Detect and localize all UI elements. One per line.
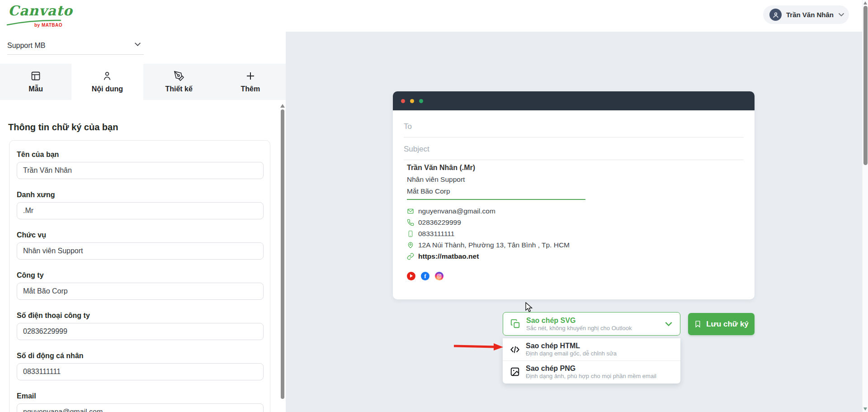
page-scrollbar-thumb[interactable] bbox=[863, 6, 868, 165]
field-email: Email bbox=[17, 392, 263, 412]
field-company-label: Công ty bbox=[17, 271, 263, 279]
tab-them-label: Thêm bbox=[241, 85, 260, 93]
layout-icon bbox=[30, 71, 41, 81]
plus-icon bbox=[245, 71, 256, 81]
sidebar: Support MB Mẫu Nội dung Thiết kế Thêm Th… bbox=[0, 32, 286, 412]
bookmark-icon bbox=[694, 320, 702, 328]
canvato-logo[interactable]: Canvato by MATBAO bbox=[8, 3, 76, 29]
field-job-title: Chức vụ bbox=[17, 231, 263, 260]
field-company-phone: Số điện thoại công ty bbox=[17, 312, 263, 340]
window-dot-green bbox=[419, 99, 423, 103]
copy-html-subtitle: Định dạng email gốc, dễ chỉnh sửa bbox=[526, 350, 617, 357]
user-name-label: Trần Văn Nhân bbox=[786, 11, 834, 19]
menu-item-copy-html-text: Sao chép HTML Định dạng email gốc, dễ ch… bbox=[526, 341, 617, 357]
tab-mau-label: Mẫu bbox=[28, 85, 43, 93]
template-chevron-down-icon bbox=[134, 42, 141, 47]
signature-mobile-row: 0833111111 bbox=[407, 228, 741, 239]
field-salutation-label: Danh xưng bbox=[17, 191, 263, 199]
signature-email-row: nguyenvana@gmail.com bbox=[407, 205, 741, 217]
user-menu[interactable]: Trần Văn Nhân bbox=[763, 5, 849, 24]
field-mobile: Số di động cá nhân bbox=[17, 352, 263, 380]
copy-format-dropdown[interactable]: Sao chép SVG Sắc nét, không khuyến nghị … bbox=[503, 312, 680, 336]
page-scrollbar[interactable] bbox=[862, 0, 868, 412]
tab-thiet-ke-label: Thiết kế bbox=[165, 85, 192, 93]
subject-field[interactable]: Subject bbox=[404, 141, 744, 160]
signature-job-title: Nhân viên Support bbox=[407, 175, 741, 184]
mouse-cursor bbox=[524, 302, 533, 313]
sidebar-scrollbar[interactable] bbox=[281, 109, 284, 399]
window-dot-yellow bbox=[410, 99, 414, 103]
mobile-icon bbox=[407, 230, 414, 237]
field-name: Tên của bạn bbox=[17, 151, 263, 179]
person-icon bbox=[102, 71, 113, 81]
signature-email-text: nguyenvana@gmail.com bbox=[418, 207, 495, 215]
top-header: Canvato by MATBAO Trần Văn Nhân bbox=[0, 0, 868, 32]
signature-info-title: Thông tin chữ ký của bạn bbox=[8, 122, 118, 133]
tab-thiet-ke[interactable]: Thiết kế bbox=[143, 64, 215, 100]
mobile-input[interactable] bbox=[17, 363, 264, 380]
pen-icon bbox=[174, 71, 184, 81]
copy-svg-title: Sao chép SVG bbox=[526, 316, 659, 325]
field-name-label: Tên của bạn bbox=[17, 151, 263, 159]
logo-byline-text: by MATBAO bbox=[34, 23, 62, 28]
field-job-title-label: Chức vụ bbox=[17, 231, 263, 239]
logo-brand-text: Canvato bbox=[8, 3, 73, 19]
field-company: Công ty bbox=[17, 271, 263, 300]
field-mobile-label: Số di động cá nhân bbox=[17, 352, 263, 360]
location-icon bbox=[407, 242, 414, 249]
save-signature-label: Lưu chữ ký bbox=[706, 320, 749, 329]
template-select[interactable]: Support MB bbox=[7, 38, 144, 55]
name-input[interactable] bbox=[17, 162, 264, 179]
field-email-label: Email bbox=[17, 392, 263, 400]
signature-name: Trần Văn Nhân (.Mr) bbox=[407, 164, 741, 172]
tab-them[interactable]: Thêm bbox=[215, 64, 286, 100]
salutation-input[interactable] bbox=[17, 202, 264, 219]
template-select-value: Support MB bbox=[7, 42, 45, 49]
tab-noi-dung-label: Nội dung bbox=[92, 85, 123, 93]
signature-form: Tên của bạn Danh xưng Chức vụ Công ty Số… bbox=[9, 140, 270, 412]
menu-item-copy-png-text: Sao chép PNG Định dạng ảnh, phù hợp cho … bbox=[526, 364, 656, 380]
email-preview-card: To Subject Trần Văn Nhân (.Mr) Nhân viên… bbox=[393, 91, 755, 299]
code-icon bbox=[510, 345, 520, 355]
dropdown-chevron-down-icon bbox=[665, 322, 673, 327]
signature-company: Mắt Bão Corp bbox=[407, 187, 741, 195]
signature-socials: f bbox=[407, 272, 741, 280]
copy-selected-option: Sao chép SVG Sắc nét, không khuyến nghị … bbox=[526, 316, 659, 332]
page-scrollbar-down-icon[interactable] bbox=[863, 407, 867, 411]
signature-mobile-text: 0833111111 bbox=[418, 230, 454, 238]
phone-icon bbox=[407, 219, 414, 226]
tab-noi-dung[interactable]: Nội dung bbox=[71, 64, 143, 100]
email-input[interactable] bbox=[17, 403, 264, 412]
annotation-arrow bbox=[453, 343, 504, 351]
app-root: Canvato by MATBAO Trần Văn Nhân Support … bbox=[0, 0, 868, 412]
signature-phone-row: 02836229999 bbox=[407, 217, 741, 228]
save-signature-button[interactable]: Lưu chữ ký bbox=[688, 313, 755, 335]
email-window-titlebar bbox=[393, 91, 755, 110]
copy-svg-subtitle: Sắc nét, không khuyến nghị cho Outlook bbox=[526, 325, 659, 332]
signature-website-text: https://matbao.net bbox=[418, 252, 479, 260]
company-input[interactable] bbox=[17, 283, 264, 300]
tab-mau[interactable]: Mẫu bbox=[0, 64, 71, 100]
copy-png-title: Sao chép PNG bbox=[526, 364, 656, 373]
menu-item-copy-png[interactable]: Sao chép PNG Định dạng ảnh, phù hợp cho … bbox=[503, 360, 680, 383]
facebook-icon[interactable]: f bbox=[421, 272, 429, 280]
link-icon bbox=[407, 253, 414, 260]
main-area: To Subject Trần Văn Nhân (.Mr) Nhân viên… bbox=[286, 32, 863, 412]
field-salutation: Danh xưng bbox=[17, 191, 263, 219]
signature-divider bbox=[407, 199, 585, 200]
copy-format-menu: Sao chép HTML Định dạng email gốc, dễ ch… bbox=[503, 338, 680, 384]
signature-address-text: 12A Núi Thành, Phường 13, Tân Bình , Tp.… bbox=[418, 241, 570, 249]
user-avatar-icon bbox=[769, 9, 782, 21]
sidebar-scrollbar-up-icon[interactable] bbox=[280, 104, 285, 108]
to-field[interactable]: To bbox=[404, 118, 744, 137]
signature-website-row[interactable]: https://matbao.net bbox=[407, 251, 741, 262]
youtube-icon[interactable] bbox=[407, 272, 415, 280]
menu-item-copy-html[interactable]: Sao chép HTML Định dạng email gốc, dễ ch… bbox=[503, 338, 680, 360]
copy-html-title: Sao chép HTML bbox=[526, 341, 617, 350]
copy-png-subtitle: Định dạng ảnh, phù hợp cho mọi phần mềm … bbox=[526, 373, 656, 380]
instagram-icon[interactable] bbox=[435, 272, 443, 280]
page-scrollbar-up-icon[interactable] bbox=[863, 1, 867, 5]
company-phone-input[interactable] bbox=[17, 323, 264, 340]
job-title-input[interactable] bbox=[17, 242, 264, 260]
signature-address-row: 12A Núi Thành, Phường 13, Tân Bình , Tp.… bbox=[407, 239, 741, 251]
